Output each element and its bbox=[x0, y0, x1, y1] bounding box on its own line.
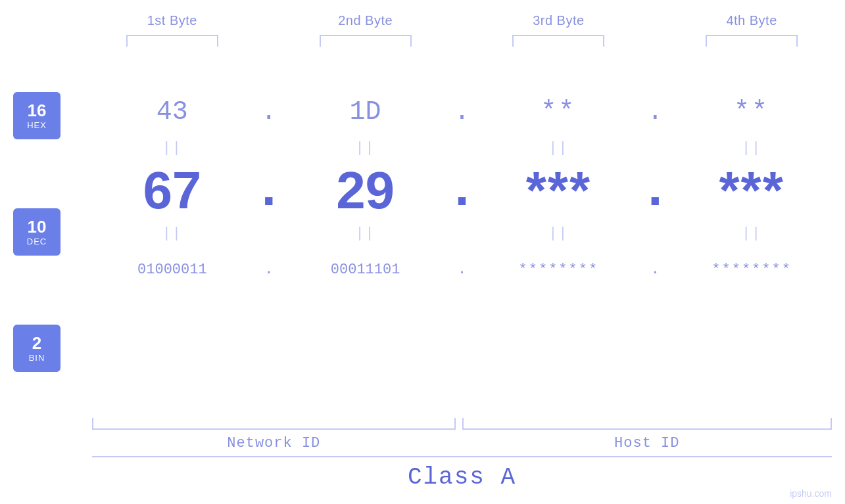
dec-row: 67 . 29 . *** . *** bbox=[92, 158, 832, 223]
host-id-label: Host ID bbox=[614, 435, 679, 451]
dec-b1-col: 67 bbox=[92, 160, 253, 221]
bin-b1-col: 01000011 bbox=[92, 262, 253, 278]
dec-dot2: . bbox=[446, 161, 479, 221]
eq2-b1: || bbox=[92, 225, 253, 242]
eq1-b3: || bbox=[479, 140, 639, 156]
hex-b4-col: ** bbox=[671, 97, 832, 127]
bin-b4-col: ******** bbox=[671, 262, 832, 278]
byte2-bracket-top bbox=[320, 35, 412, 47]
base-labels: 16 HEX 10 DEC 2 BIN bbox=[13, 92, 60, 372]
hex-b2-col: 1D bbox=[285, 97, 446, 127]
bin-name: BIN bbox=[29, 353, 45, 363]
hex-b4-value: ** bbox=[734, 97, 769, 127]
bracket-bottom-row: Network ID Host ID bbox=[92, 418, 832, 451]
bin-num: 2 bbox=[32, 334, 41, 353]
dec-dot1: . bbox=[253, 161, 285, 221]
dec-b4-col: *** bbox=[671, 160, 832, 221]
eq2-b2: || bbox=[285, 225, 446, 242]
dec-b2-value: 29 bbox=[336, 160, 395, 221]
hex-dot1: . bbox=[253, 97, 285, 127]
bottom-section: Network ID Host ID bbox=[92, 418, 832, 451]
equals-row-1: || || || || bbox=[92, 138, 832, 158]
eq1-b4: || bbox=[671, 140, 832, 156]
bin-b4-value: ******** bbox=[712, 262, 792, 278]
byte1-label: 1st Byte bbox=[147, 13, 197, 28]
dec-b2-col: 29 bbox=[285, 160, 446, 221]
network-id-label: Network ID bbox=[227, 435, 320, 451]
dec-b4-value: *** bbox=[719, 160, 784, 221]
host-bracket-line bbox=[462, 418, 833, 430]
dec-b3-col: *** bbox=[479, 160, 639, 221]
hex-b3-value: ** bbox=[541, 97, 576, 127]
main-container: 1st Byte 2nd Byte 3rd Byte 4th Byte 16 H… bbox=[0, 0, 845, 504]
hex-dot3: . bbox=[639, 97, 671, 127]
bin-b1-value: 01000011 bbox=[137, 262, 207, 278]
hex-b2-value: 1D bbox=[350, 97, 381, 127]
bin-b2-col: 00011101 bbox=[285, 262, 446, 278]
hex-b3-col: ** bbox=[479, 97, 639, 127]
eq1-b1: || bbox=[92, 140, 253, 156]
byte-headers: 1st Byte 2nd Byte 3rd Byte 4th Byte bbox=[92, 13, 832, 53]
byte2-label: 2nd Byte bbox=[338, 13, 393, 28]
byte2-col-header: 2nd Byte bbox=[285, 13, 446, 53]
byte3-col-header: 3rd Byte bbox=[479, 13, 639, 53]
hex-row: 43 . 1D . ** . ** bbox=[92, 85, 832, 138]
class-line bbox=[92, 456, 832, 457]
dec-badge: 10 DEC bbox=[13, 208, 60, 256]
hex-b1-col: 43 bbox=[92, 97, 253, 127]
bin-dot2: . bbox=[446, 262, 479, 278]
class-row: Class A bbox=[92, 456, 832, 491]
class-label: Class A bbox=[408, 464, 516, 491]
values-area: 43 . 1D . ** . ** || || bbox=[92, 85, 832, 296]
dec-b3-value: *** bbox=[526, 160, 591, 221]
hex-name: HEX bbox=[27, 120, 47, 130]
network-bracket-line bbox=[92, 418, 456, 430]
byte4-bracket-top bbox=[706, 35, 798, 47]
bin-row: 01000011 . 00011101 . ******** . *******… bbox=[92, 243, 832, 296]
dec-name: DEC bbox=[27, 237, 47, 246]
dec-num: 10 bbox=[28, 218, 47, 237]
byte3-label: 3rd Byte bbox=[533, 13, 584, 28]
bin-badge: 2 BIN bbox=[13, 325, 60, 372]
byte4-col-header: 4th Byte bbox=[671, 13, 832, 53]
eq1-b2: || bbox=[285, 140, 446, 156]
hex-badge: 16 HEX bbox=[13, 92, 60, 139]
hex-dot2: . bbox=[446, 97, 479, 127]
host-bracket: Host ID bbox=[462, 418, 833, 451]
bin-b3-value: ******** bbox=[519, 262, 599, 278]
bin-b3-col: ******** bbox=[479, 262, 639, 278]
byte1-col-header: 1st Byte bbox=[92, 13, 253, 53]
dec-b1-value: 67 bbox=[143, 160, 201, 221]
byte1-bracket-top bbox=[126, 35, 218, 47]
bin-dot1: . bbox=[253, 262, 285, 278]
watermark: ipshu.com bbox=[790, 488, 832, 499]
byte3-bracket-top bbox=[512, 35, 604, 47]
bin-dot3: . bbox=[639, 262, 671, 278]
network-bracket: Network ID bbox=[92, 418, 456, 451]
bin-b2-value: 00011101 bbox=[331, 262, 400, 278]
eq2-b3: || bbox=[479, 225, 639, 242]
hex-b1-value: 43 bbox=[157, 97, 188, 127]
eq2-b4: || bbox=[671, 225, 832, 242]
dec-dot3: . bbox=[639, 161, 671, 221]
equals-row-2: || || || || bbox=[92, 223, 832, 243]
byte4-label: 4th Byte bbox=[726, 13, 777, 28]
hex-num: 16 bbox=[28, 101, 47, 120]
